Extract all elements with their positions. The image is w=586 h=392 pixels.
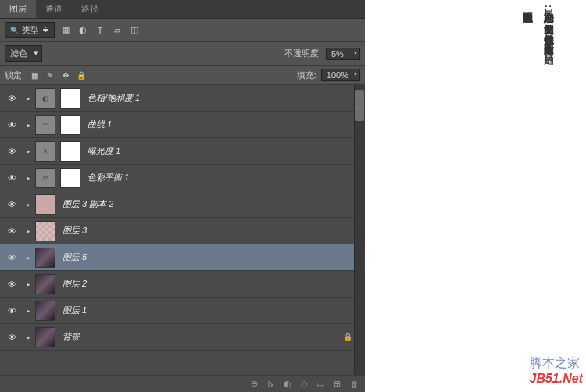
layer-row[interactable]: ▸图层 3 — [0, 218, 365, 244]
opacity-input[interactable]: 5% — [326, 48, 360, 60]
layer-name-label: 图层 3 — [63, 225, 87, 237]
layer-row[interactable]: ▸图层 1 — [0, 298, 365, 324]
expand-icon[interactable]: ▸ — [23, 94, 33, 102]
expand-icon[interactable]: ▸ — [23, 254, 33, 262]
blend-row: 滤色 不透明度: 5% — [0, 42, 365, 66]
scrollbar-thumb[interactable] — [355, 90, 364, 121]
layer-name-label: 色相/饱和度 1 — [88, 92, 140, 104]
adjustment-thumb: 〰 — [35, 115, 55, 135]
visibility-toggle[interactable] — [0, 200, 23, 209]
link-layers-icon[interactable]: ⊖ — [251, 379, 258, 389]
visibility-toggle[interactable] — [0, 333, 23, 342]
mask-thumb — [60, 168, 80, 188]
layer-row[interactable]: ▸背景🔒 — [0, 324, 365, 351]
expand-icon[interactable]: ▸ — [23, 201, 33, 208]
layer-row[interactable]: ▸〰曲线 1 — [0, 112, 365, 138]
filter-image-icon[interactable]: ▦ — [59, 24, 72, 37]
lock-position-icon[interactable]: ✥ — [60, 69, 71, 80]
lock-paint-icon[interactable]: ✎ — [45, 69, 55, 80]
layer-name-label: 色彩平衡 1 — [88, 172, 129, 184]
bottom-toolbar: ⊖ fx ◐ ◇ ▭ ⊞ 🗑 — [0, 375, 365, 392]
lock-transparency-icon[interactable]: ▦ — [29, 69, 40, 80]
layer-row[interactable]: ▸图层 5 — [0, 244, 365, 271]
lock-label: 锁定: — [5, 69, 24, 81]
visibility-toggle[interactable] — [0, 226, 23, 236]
lock-icon: 🔒 — [343, 333, 352, 341]
filter-text-icon[interactable]: T — [94, 24, 106, 37]
fill-label: 填充: — [297, 69, 316, 81]
filter-kind-dropdown[interactable]: 类型 ≑ — [5, 22, 55, 38]
layer-thumb — [35, 327, 55, 347]
lock-icons: ▦ ✎ ✥ 🔒 — [29, 69, 87, 80]
mask-icon[interactable]: ◐ — [284, 379, 291, 389]
adjustment-thumb: ◐ — [35, 88, 55, 109]
annotation-col1: 后期思路:1.首先复制出新的图层，去色然后设置为滤色，不透明度大致为百分之五左右… — [540, 5, 556, 47]
layer-row[interactable]: ▸◐色相/饱和度 1 — [0, 85, 365, 112]
layer-name-label: 图层 3 副本 2 — [63, 198, 113, 210]
mask-thumb — [60, 115, 80, 135]
lock-all-icon[interactable]: 🔒 — [76, 69, 87, 80]
visibility-toggle[interactable] — [0, 306, 23, 315]
layer-name-label: 曝光度 1 — [88, 145, 120, 157]
expand-icon[interactable]: ▸ — [23, 121, 33, 129]
blend-mode-dropdown[interactable]: 滤色 — [5, 45, 42, 62]
trash-icon[interactable]: 🗑 — [350, 380, 359, 389]
expand-icon[interactable]: ▸ — [23, 227, 33, 235]
lock-row: 锁定: ▦ ✎ ✥ 🔒 填充: 100% — [0, 66, 365, 85]
expand-icon[interactable]: ▸ — [23, 148, 33, 155]
visibility-toggle[interactable] — [0, 280, 23, 289]
filter-toolbar: 类型 ≑ ▦ ◐ T ▱ ◫ — [0, 19, 365, 42]
layer-name-label: 图层 1 — [63, 305, 87, 316]
layer-row[interactable]: ▸☀曝光度 1 — [0, 138, 365, 165]
group-icon[interactable]: ▭ — [316, 379, 324, 389]
layer-row[interactable]: ▸图层 2 — [0, 271, 365, 298]
layer-thumb — [35, 221, 55, 241]
fill-input[interactable]: 100% — [321, 69, 360, 81]
layer-name-label: 图层 5 — [63, 251, 87, 263]
watermark-cn: 脚本之家 — [530, 355, 583, 372]
visibility-toggle[interactable] — [0, 94, 23, 103]
visibility-toggle[interactable] — [0, 253, 23, 262]
opacity-label: 不透明度: — [284, 48, 321, 59]
layer-row[interactable]: ▸⚖色彩平衡 1 — [0, 165, 365, 191]
expand-icon[interactable]: ▸ — [23, 280, 33, 288]
tab-channels[interactable]: 通道 — [36, 0, 72, 18]
scrollbar[interactable] — [354, 85, 365, 375]
expand-icon[interactable]: ▸ — [23, 174, 33, 182]
adjustment-thumb: ☀ — [35, 141, 55, 162]
layer-name-label: 曲线 1 — [88, 119, 112, 130]
layer-thumb — [35, 194, 55, 215]
tab-paths[interactable]: 路径 — [72, 0, 108, 18]
new-layer-icon[interactable]: ⊞ — [334, 379, 341, 389]
adjustment-icon[interactable]: ◇ — [301, 379, 307, 389]
expand-icon[interactable]: ▸ — [23, 307, 33, 315]
layer-thumb — [35, 248, 55, 268]
adjustment-thumb: ⚖ — [35, 168, 55, 188]
layer-thumb — [35, 274, 55, 294]
filter-kind-label: 类型 — [22, 24, 39, 36]
watermark-en: JB51.Net — [530, 372, 583, 385]
layers-panel: 图层 通道 路径 类型 ≑ ▦ ◐ T ▱ ◫ 滤色 不透明度: 5% 锁定: … — [0, 0, 365, 392]
annotation-col2: 增强画面的朦胧感和氛围 — [519, 5, 535, 47]
layer-name-label: 背景 — [63, 331, 80, 343]
layers-list: ▸◐色相/饱和度 1 ▸〰曲线 1▸☀曝光度 1▸⚖色彩平衡 1▸图层 3 副本… — [0, 85, 365, 375]
filter-shape-icon[interactable]: ▱ — [111, 24, 123, 37]
panel-tabs: 图层 通道 路径 — [0, 0, 365, 19]
mask-thumb — [60, 88, 80, 109]
tab-layers[interactable]: 图层 — [0, 0, 36, 18]
annotation-text: 增强画面的朦胧感和氛围 后期思路:1.首先复制出新的图层，去色然后设置为滤色，不… — [519, 5, 556, 47]
expand-icon[interactable]: ▸ — [23, 333, 33, 341]
layer-row[interactable]: ▸图层 3 副本 2 — [0, 191, 365, 218]
visibility-toggle[interactable] — [0, 120, 23, 130]
filter-adjust-icon[interactable]: ◐ — [77, 24, 89, 37]
chevron-down-icon: ≑ — [42, 25, 49, 35]
watermark: 脚本之家 JB51.Net — [530, 355, 583, 386]
fx-icon[interactable]: fx — [267, 380, 274, 389]
visibility-toggle[interactable] — [0, 173, 23, 183]
layer-thumb — [35, 301, 55, 321]
filter-smart-icon[interactable]: ◫ — [128, 24, 141, 37]
layer-name-label: 图层 2 — [63, 278, 87, 290]
mask-thumb — [60, 141, 80, 162]
visibility-toggle[interactable] — [0, 147, 23, 156]
